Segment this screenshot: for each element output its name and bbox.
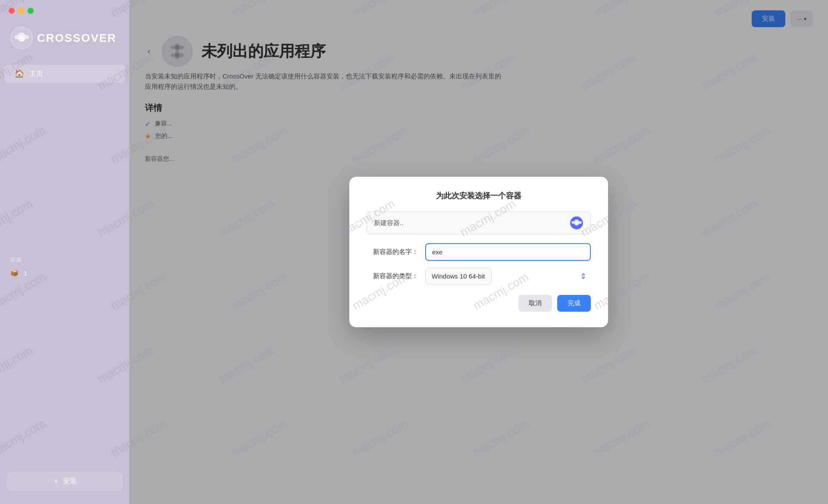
- app-name: CROSSOVER: [37, 31, 116, 45]
- select-arrow-icon: ⇕: [580, 272, 586, 281]
- close-button[interactable]: [9, 8, 15, 14]
- sidebar-nav: 🏠 主页: [0, 59, 129, 251]
- sidebar-container-item[interactable]: 📦 1: [0, 266, 129, 280]
- app-logo: CROSSOVER: [0, 18, 129, 59]
- sidebar-home-label: 主页: [29, 69, 43, 78]
- sidebar-install-button[interactable]: ＋ 安装: [7, 472, 122, 491]
- svg-point-2: [20, 37, 23, 39]
- crossover-logo-icon: [10, 27, 33, 49]
- name-field-input[interactable]: [425, 243, 591, 261]
- modal-actions: 取消 完成: [367, 295, 591, 312]
- name-field-label: 新容器的名字：: [367, 248, 418, 256]
- type-field-label: 新容器的类型：: [367, 272, 418, 280]
- sidebar: CROSSOVER 🏠 主页 容器 📦 1 ＋ 安装: [0, 0, 129, 504]
- type-field-select[interactable]: Windows 10 64-bit Windows 10 32-bit Wind…: [425, 268, 492, 285]
- container-selector[interactable]: 新建容器..: [367, 211, 591, 235]
- traffic-lights: [0, 0, 129, 18]
- sidebar-item-home[interactable]: 🏠 主页: [4, 65, 125, 83]
- container-selector-label: 新建容器..: [374, 219, 565, 227]
- sidebar-bottom: ＋ 安装: [0, 463, 129, 504]
- home-icon: 🏠: [15, 69, 24, 78]
- crossover-icon: [570, 216, 583, 230]
- container-icon: 📦: [10, 269, 19, 277]
- container-label: 1: [24, 269, 27, 277]
- type-select-wrapper: Windows 10 64-bit Windows 10 32-bit Wind…: [425, 268, 591, 285]
- plus-icon: ＋: [53, 477, 60, 486]
- minimize-button[interactable]: [18, 8, 24, 14]
- form-row-name: 新容器的名字：: [367, 243, 591, 261]
- main-content: 安装 ··· ▾ ‹ 未列出的应用程序 当安装未知的应用程序时，Cro: [129, 0, 828, 504]
- modal-title: 为此次安装选择一个容器: [367, 191, 591, 201]
- sidebar-install-label: 安装: [63, 477, 77, 486]
- svg-point-7: [575, 221, 578, 224]
- form-row-type: 新容器的类型： Windows 10 64-bit Windows 10 32-…: [367, 268, 591, 285]
- cancel-button[interactable]: 取消: [518, 295, 552, 312]
- maximize-button[interactable]: [28, 8, 34, 14]
- sidebar-section-container: 容器: [0, 251, 129, 266]
- modal-overlay: 为此次安装选择一个容器 新建容器.. 新容器的名字：: [129, 0, 828, 504]
- confirm-button[interactable]: 完成: [557, 295, 591, 312]
- modal-dialog: 为此次安装选择一个容器 新建容器.. 新容器的名字：: [349, 177, 608, 327]
